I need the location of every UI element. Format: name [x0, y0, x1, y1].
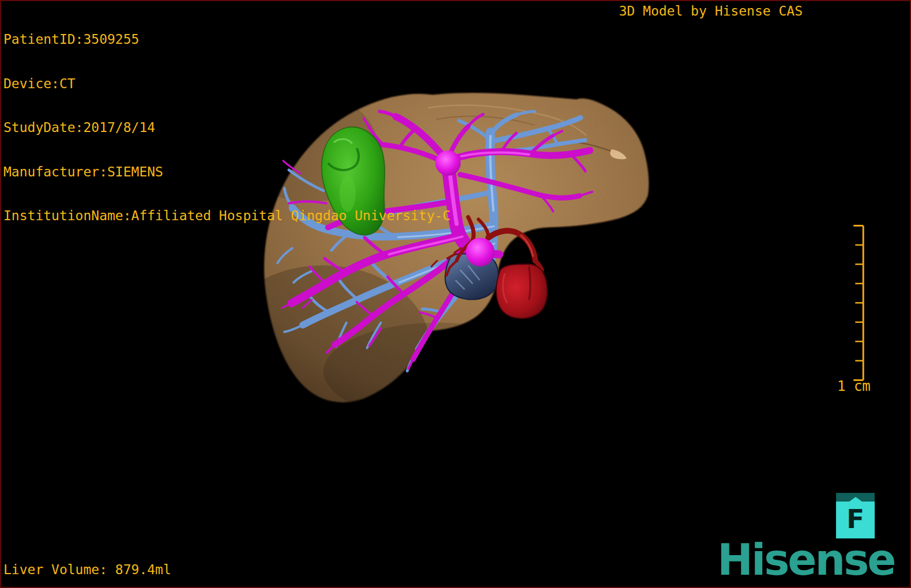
watermark-title: 3D Model by Hisense CAS — [619, 4, 803, 19]
orientation-marker-arrow — [836, 493, 875, 502]
up-triangle-icon — [849, 497, 862, 502]
scale-label: 1 cm — [837, 379, 871, 394]
institution-line: InstitutionName:Affiliated Hospital Qing… — [3, 209, 450, 224]
device-line: Device:CT — [3, 77, 450, 92]
orientation-marker[interactable]: F — [836, 493, 875, 538]
red-mass — [496, 264, 547, 318]
patient-info-block: PatientID:3509255 Device:CT StudyDate:20… — [3, 3, 450, 253]
scale-ruler — [853, 225, 863, 380]
viewer-screen: PatientID:3509255 Device:CT StudyDate:20… — [0, 0, 911, 588]
hisense-logo: Hisense — [717, 538, 894, 581]
liver-volume-readout: Liver Volume: 879.4ml — [3, 563, 171, 578]
study-date-line: StudyDate:2017/8/14 — [3, 120, 450, 135]
patient-id-line: PatientID:3509255 — [3, 32, 450, 47]
orientation-letter: F — [836, 502, 875, 538]
manufacturer-line: Manufacturer:SIEMENS — [3, 165, 450, 180]
magenta-bulb — [466, 238, 495, 266]
